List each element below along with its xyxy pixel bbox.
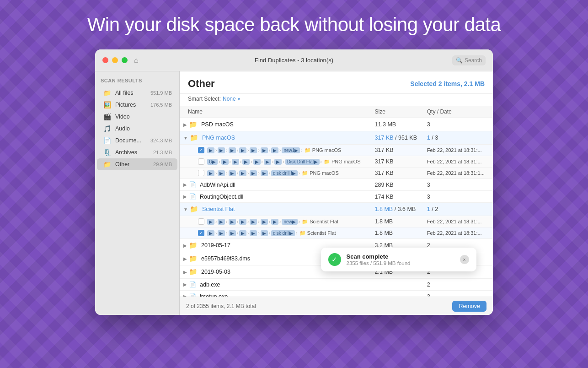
row-checkbox[interactable]	[198, 147, 204, 153]
row-checkbox[interactable]	[198, 218, 204, 225]
row-checkbox[interactable]	[198, 158, 204, 165]
minimize-button[interactable]	[112, 57, 118, 63]
expand-icon: ▶	[183, 282, 187, 287]
sidebar-size-pictures: 176.5 MB	[150, 102, 172, 108]
file-path: ▶ › ▶ › ▶ › ▶ › ▶ ›	[207, 147, 341, 153]
file-path: ▶ › ▶ › ▶ › ▶ › ▶ ›	[207, 230, 336, 236]
row-date: Feb 22, 2021 at 18:31:1...	[423, 168, 493, 179]
hero-text: Win your disk space back without losing …	[87, 14, 501, 36]
remove-button[interactable]: Remove	[452, 301, 486, 312]
documents-icon: 📄	[102, 137, 112, 144]
table-row[interactable]: ▶ 📄 RoutingObject.dll 174 KB 3	[180, 191, 493, 203]
table-row[interactable]: ▶ › ▶ › ▶ › ▶ › ▶ ›	[180, 145, 493, 156]
row-size: 11.3 MB	[371, 118, 423, 131]
sidebar-label-pictures: Pictures	[115, 102, 150, 108]
main-panel: Other Selected 2 items, 2.1 MB Smart Sel…	[180, 71, 493, 315]
sidebar-item-pictures[interactable]: 🖼️ Pictures 176.5 MB	[97, 99, 177, 111]
smart-select-chevron-icon: ▾	[238, 97, 240, 102]
expand-icon: ▶	[183, 194, 187, 199]
toast-check-icon: ✓	[328, 253, 341, 266]
row-checkbox[interactable]	[198, 170, 204, 176]
home-icon[interactable]: ⌂	[134, 56, 139, 65]
file-icon: 📄	[189, 293, 196, 297]
table-row[interactable]: U▶ › ▶ › ▶ › ▶ › ▶ ›	[180, 156, 493, 168]
table-row[interactable]: ▼ 📁 Scientist Flat 1.8 MB / 3.6 MB 1 / 2	[180, 203, 493, 216]
row-name: Scientist Flat	[202, 206, 235, 212]
archives-icon: 🗜️	[102, 149, 112, 156]
maximize-button[interactable]	[122, 57, 128, 63]
table-row[interactable]: ▶ 📁 PSD macOS 11.3 MB 3	[180, 118, 493, 131]
sidebar-item-other[interactable]: 📁 Other 29.9 MB	[97, 158, 177, 170]
table-row[interactable]: ▶ › ▶ › ▶ › ▶ › ▶ ›	[180, 168, 493, 179]
search-icon: 🔍	[456, 57, 463, 64]
toast-title: Scan complete	[347, 253, 454, 260]
col-size: Size	[371, 106, 423, 118]
row-name: 2019-05-17	[201, 242, 230, 249]
folder-icon: 📁	[189, 241, 198, 249]
smart-select-bar: Smart Select: None ▾	[180, 94, 493, 106]
row-size: 289 KB	[371, 179, 423, 191]
row-qty: 2	[423, 279, 493, 291]
sidebar-label-video: Video	[115, 114, 172, 120]
pictures-icon: 🖼️	[102, 101, 112, 108]
sidebar-item-documents[interactable]: 📄 Docume... 324.3 MB	[97, 135, 177, 146]
collapse-icon: ▼	[183, 207, 188, 212]
table-row[interactable]: ▶ › ▶ › ▶ › ▶ › ▶ ›	[180, 227, 493, 239]
expand-icon: ▶	[183, 182, 187, 187]
expand-icon: ▶	[183, 294, 187, 297]
table-row[interactable]: ▶ 📄 AdbWinApi.dll 289 KB 3	[180, 179, 493, 191]
row-name: PSD macOS	[201, 121, 234, 128]
expand-icon: ▶	[183, 270, 187, 275]
file-icon: 📄	[189, 193, 196, 200]
search-input-label[interactable]: Search	[465, 57, 482, 64]
close-button[interactable]	[102, 57, 108, 63]
other-icon: 📁	[102, 161, 112, 168]
sidebar-size-archives: 21.3 MB	[153, 150, 172, 155]
row-checkbox[interactable]	[198, 230, 204, 236]
sidebar-label-other: Other	[115, 161, 153, 168]
sidebar: Scan results 📁 All files 551.9 MB 🖼️ Pic…	[95, 71, 180, 315]
titlebar: ⌂ Find Duplicates - 3 location(s) 🔍 Sear…	[95, 49, 493, 71]
row-qty: 3	[423, 179, 493, 191]
folder-icon: 📁	[190, 134, 198, 142]
folder-icon: 📁	[190, 205, 198, 213]
sidebar-size-all-files: 551.9 MB	[150, 90, 172, 96]
main-header: Other Selected 2 items, 2.1 MB	[180, 71, 493, 94]
toast-notification: ✓ Scan complete 2355 files / 551.9 MB fo…	[321, 248, 476, 271]
file-path: U▶ › ▶ › ▶ › ▶ › ▶ ›	[207, 159, 361, 165]
row-size: 317 KB	[371, 168, 423, 179]
sidebar-item-all-files[interactable]: 📁 All files 551.9 MB	[97, 87, 177, 99]
toast-close-button[interactable]: ×	[460, 255, 469, 264]
row-size: 317 KB	[371, 156, 423, 168]
row-name: e5957b469f83.dms	[201, 255, 250, 262]
toast-subtitle: 2355 files / 551.9 MB found	[347, 260, 454, 266]
app-window: ⌂ Find Duplicates - 3 location(s) 🔍 Sear…	[95, 49, 493, 315]
row-size: 1.8 MB	[371, 216, 423, 227]
table-row[interactable]: ▼ 📁 PNG macOS 317 KB / 951 KB 1 / 3	[180, 131, 493, 145]
row-date: Feb 22, 2021 at 18:31:...	[423, 156, 493, 168]
sidebar-size-other: 29.9 MB	[153, 162, 172, 167]
row-date: Feb 22, 2021 at 18:31:...	[423, 227, 493, 239]
row-size: 317 KB	[371, 145, 423, 156]
table-row[interactable]: ▶ 📄 irsetup.exe 2	[180, 291, 493, 297]
sidebar-item-archives[interactable]: 🗜️ Archives 21.3 MB	[97, 146, 177, 158]
smart-select-label: Smart Select:	[188, 96, 221, 102]
sidebar-item-audio[interactable]: 🎵 Audio	[97, 123, 177, 135]
table-row[interactable]: ▶ › ▶ › ▶ › ▶ › ▶ ›	[180, 216, 493, 227]
row-qty: 3	[423, 191, 493, 203]
content-area: Scan results 📁 All files 551.9 MB 🖼️ Pic…	[95, 71, 493, 315]
row-size: 317 KB / 951 KB	[371, 131, 423, 145]
row-name: adb.exe	[200, 281, 220, 288]
col-qty-date: Qty / Date	[423, 106, 493, 118]
expand-icon: ▶	[183, 256, 187, 261]
selected-info: Selected 2 items, 2.1 MB	[410, 80, 485, 87]
row-size	[371, 279, 423, 291]
video-icon: 🎬	[102, 113, 112, 120]
sidebar-item-video[interactable]: 🎬 Video	[97, 111, 177, 123]
search-box[interactable]: 🔍 Search	[452, 55, 486, 65]
sidebar-label-archives: Archives	[115, 149, 153, 156]
table-row[interactable]: ▶ 📄 adb.exe 2	[180, 279, 493, 291]
row-size: 1.8 MB	[371, 227, 423, 239]
smart-select-dropdown[interactable]: None	[223, 96, 236, 102]
row-size	[371, 291, 423, 297]
